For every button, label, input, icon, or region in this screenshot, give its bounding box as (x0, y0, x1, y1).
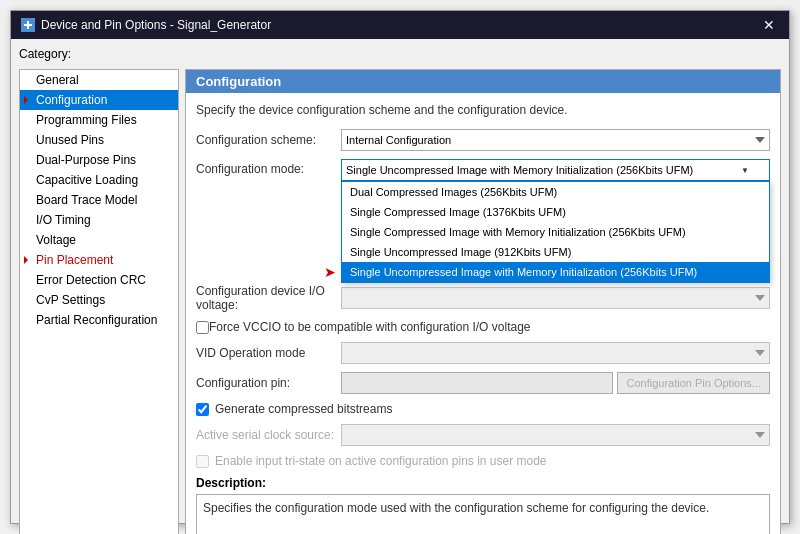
config-mode-dropdown-container: Single Uncompressed Image with Memory In… (341, 159, 770, 181)
selected-arrow-icon: ➤ (324, 264, 336, 280)
sidebar-item-configuration[interactable]: Configuration (20, 90, 178, 110)
panel-description: Specify the device configuration scheme … (196, 103, 770, 117)
enable-input-row: Enable input tri-state on active configu… (196, 454, 770, 468)
active-serial-row: Active serial clock source: (196, 424, 770, 446)
right-panel: Configuration Specify the device configu… (185, 69, 781, 534)
title-bar: Device and Pin Options - Signal_Generato… (11, 11, 789, 39)
title-bar-left: Device and Pin Options - Signal_Generato… (21, 18, 271, 32)
close-button[interactable]: ✕ (759, 17, 779, 33)
force-vccio-checkbox[interactable] (196, 321, 209, 334)
svg-rect-2 (27, 21, 29, 29)
sidebar-item-partial-reconfig[interactable]: Partial Reconfiguration (20, 310, 178, 330)
sidebar-item-error-detection-crc[interactable]: Error Detection CRC (20, 270, 178, 290)
config-pin-options-button[interactable]: Configuration Pin Options... (617, 372, 770, 394)
description-label: Description: (196, 476, 770, 490)
config-device-io-select[interactable] (341, 287, 770, 309)
panel-content: Specify the device configuration scheme … (186, 93, 780, 534)
config-scheme-label: Configuration scheme: (196, 133, 341, 147)
sidebar-item-capacitive-loading[interactable]: Capacitive Loading (20, 170, 178, 190)
dialog-title: Device and Pin Options - Signal_Generato… (41, 18, 271, 32)
config-mode-label: Configuration mode: (196, 159, 341, 176)
sidebar-item-board-trace-model[interactable]: Board Trace Model (20, 190, 178, 210)
dropdown-option-3[interactable]: Single Uncompressed Image (912Kbits UFM) (342, 242, 769, 262)
force-vccio-label: Force VCCIO to be compatible with config… (209, 320, 531, 334)
sidebar-item-unused-pins[interactable]: Unused Pins (20, 130, 178, 150)
config-device-io-row: Configuration device I/O voltage: (196, 284, 770, 312)
dropdown-option-4[interactable]: ➤ Single Uncompressed Image with Memory … (342, 262, 769, 282)
config-scheme-row: Configuration scheme: Internal Configura… (196, 129, 770, 151)
sidebar-item-dual-purpose-pins[interactable]: Dual-Purpose Pins (20, 150, 178, 170)
dropdown-option-1[interactable]: Single Compressed Image (1376Kbits UFM) (342, 202, 769, 222)
sidebar-item-voltage[interactable]: Voltage (20, 230, 178, 250)
generate-compressed-row: Generate compressed bitstreams (196, 402, 770, 416)
description-text: Specifies the configuration mode used wi… (196, 494, 770, 534)
dropdown-option-2[interactable]: Single Compressed Image with Memory Init… (342, 222, 769, 242)
force-vccio-row: Force VCCIO to be compatible with config… (196, 320, 770, 334)
active-serial-select[interactable] (341, 424, 770, 446)
category-sidebar: General Configuration Programming Files … (19, 69, 179, 534)
config-pin-label: Configuration pin: (196, 376, 341, 390)
config-device-io-label: Configuration device I/O voltage: (196, 284, 341, 312)
config-mode-menu: Dual Compressed Images (256Kbits UFM) Si… (341, 181, 770, 283)
enable-input-checkbox[interactable] (196, 455, 209, 468)
config-pin-field (341, 372, 613, 394)
config-mode-value: Single Uncompressed Image with Memory In… (346, 164, 693, 176)
config-pin-row: Configuration pin: Configuration Pin Opt… (196, 372, 770, 394)
description-section: Description: Specifies the configuration… (196, 476, 770, 534)
category-label: Category: (19, 47, 781, 61)
vid-operation-select[interactable] (341, 342, 770, 364)
panel-header: Configuration (186, 70, 780, 93)
sidebar-item-io-timing[interactable]: I/O Timing (20, 210, 178, 230)
vid-operation-label: VID Operation mode (196, 346, 341, 360)
sidebar-item-programming-files[interactable]: Programming Files (20, 110, 178, 130)
generate-compressed-checkbox[interactable] (196, 403, 209, 416)
config-mode-trigger[interactable]: Single Uncompressed Image with Memory In… (341, 159, 770, 181)
dropdown-arrow-icon: ▼ (741, 166, 749, 175)
dropdown-option-0[interactable]: Dual Compressed Images (256Kbits UFM) (342, 182, 769, 202)
dialog-icon (21, 18, 35, 32)
config-scheme-select[interactable]: Internal Configuration (341, 129, 770, 151)
active-serial-label: Active serial clock source: (196, 428, 341, 442)
config-mode-row: Configuration mode: Single Uncompressed … (196, 159, 770, 181)
sidebar-item-pin-placement[interactable]: Pin Placement (20, 250, 178, 270)
main-content: General Configuration Programming Files … (19, 69, 781, 534)
sidebar-item-cvp-settings[interactable]: CvP Settings (20, 290, 178, 310)
sidebar-item-general[interactable]: General (20, 70, 178, 90)
vid-operation-row: VID Operation mode (196, 342, 770, 364)
main-dialog: Device and Pin Options - Signal_Generato… (10, 10, 790, 524)
dialog-body: Category: General Configuration Programm… (11, 39, 789, 534)
generate-compressed-label: Generate compressed bitstreams (215, 402, 392, 416)
enable-input-label: Enable input tri-state on active configu… (215, 454, 547, 468)
